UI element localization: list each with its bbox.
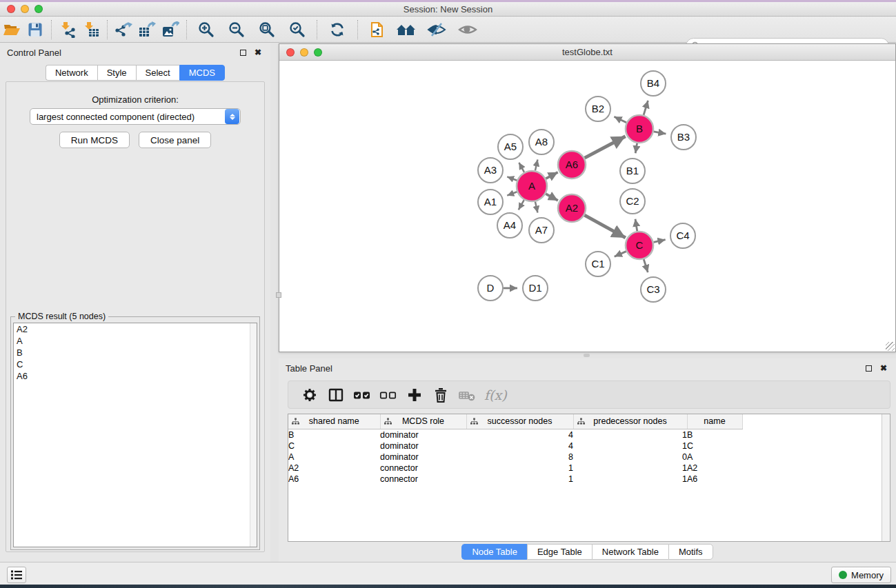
zoom-fit-icon[interactable] [252, 19, 282, 40]
tab-network[interactable]: Network [46, 65, 97, 81]
graph-edge-B-B4[interactable] [644, 101, 648, 115]
table-cell[interactable]: 1 [466, 463, 573, 474]
tab-edge-table[interactable]: Edge Table [527, 544, 592, 560]
table-cell[interactable]: A [687, 452, 742, 463]
select-all-columns-icon[interactable] [349, 385, 375, 405]
graph-edge-A-A6[interactable] [546, 172, 557, 179]
close-panel-icon[interactable]: ✖ [252, 47, 263, 58]
table-row[interactable]: Bdominator41B [288, 429, 742, 440]
close-table-panel-icon[interactable]: ✖ [878, 363, 889, 374]
delete-table-icon[interactable] [454, 385, 480, 405]
table-row[interactable]: Adominator80A [288, 452, 742, 463]
mcds-result-list[interactable]: A2ABCA6 [13, 323, 257, 547]
column-header[interactable]: predecessor nodes [573, 414, 687, 429]
window-resize-grip[interactable] [886, 342, 895, 351]
graph-edge-B-B1[interactable] [635, 143, 637, 154]
import-network-icon[interactable] [56, 19, 79, 40]
network-window-titlebar[interactable]: testGlobe.txt [279, 44, 895, 61]
graph-edge-C-C3[interactable] [644, 259, 648, 272]
graph-edge-A-A2[interactable] [546, 194, 558, 201]
table-cell[interactable]: 1 [573, 429, 687, 440]
zoom-selected-icon[interactable] [282, 19, 312, 40]
table-cell[interactable]: dominator [380, 452, 466, 463]
panel-divider-handle[interactable] [584, 354, 590, 357]
tab-style[interactable]: Style [97, 65, 136, 81]
close-panel-button[interactable]: Close panel [139, 132, 211, 148]
table-cell[interactable]: 0 [573, 452, 687, 463]
tab-motifs[interactable]: Motifs [668, 544, 713, 560]
window-west-resize-nub[interactable] [276, 292, 281, 298]
export-network-icon[interactable] [112, 19, 135, 40]
float-panel-icon[interactable] [237, 47, 248, 58]
table-cell[interactable]: C [288, 440, 380, 452]
open-file-icon[interactable] [0, 19, 23, 40]
show-all-icon[interactable] [452, 19, 484, 40]
table-cell[interactable]: connector [380, 463, 466, 474]
column-header[interactable]: successor nodes [466, 414, 573, 429]
table-cell[interactable]: 4 [466, 429, 573, 440]
hide-selected-icon[interactable] [421, 19, 452, 40]
table-cell[interactable]: A [288, 452, 380, 463]
table-cell[interactable]: B [687, 429, 742, 440]
graph-edge-A6-B[interactable] [585, 136, 626, 158]
save-session-icon[interactable] [23, 19, 47, 40]
table-cell[interactable]: 8 [466, 452, 573, 463]
new-network-from-selection-icon[interactable] [362, 19, 391, 40]
run-mcds-button[interactable]: Run MCDS [59, 132, 130, 148]
table-cell[interactable]: 1 [573, 474, 687, 485]
tab-network-table[interactable]: Network Table [592, 544, 668, 560]
deselect-all-columns-icon[interactable] [375, 385, 401, 405]
function-builder-icon[interactable]: f(x) [484, 387, 507, 403]
first-neighbors-icon[interactable] [391, 19, 421, 40]
result-item[interactable]: A [14, 335, 257, 347]
task-history-button[interactable] [7, 567, 26, 583]
graph-edge-A2-C[interactable] [584, 215, 625, 238]
export-image-icon[interactable] [159, 19, 182, 40]
table-cell[interactable]: connector [380, 474, 466, 485]
table-settings-icon[interactable] [297, 385, 323, 405]
table-row[interactable]: Cdominator41C [288, 440, 742, 452]
float-table-panel-icon[interactable] [863, 363, 874, 374]
graph-edge-A-A1[interactable] [507, 192, 517, 195]
table-cell[interactable]: A2 [687, 463, 742, 474]
zoom-in-icon[interactable] [191, 19, 221, 40]
table-cell[interactable]: A6 [288, 474, 380, 485]
table-cell[interactable]: C [687, 440, 742, 452]
network-graph[interactable]: AA6A2BCA1A3A4A5A7A8B1B2B3B4C1C2C3C4DD1 [279, 61, 895, 352]
column-header[interactable]: name [687, 414, 742, 429]
tab-node-table[interactable]: Node Table [461, 544, 527, 560]
table-cell[interactable]: A6 [687, 474, 742, 485]
graph-edge-A-A5[interactable] [519, 163, 524, 172]
table-cell[interactable]: dominator [380, 429, 466, 440]
column-header[interactable]: shared name [288, 414, 380, 429]
tab-select[interactable]: Select [136, 65, 179, 81]
graph-edge-A-A4[interactable] [519, 200, 524, 210]
graph-edge-C-C1[interactable] [615, 252, 626, 257]
criterion-dropdown[interactable]: largest connected component (directed) [30, 108, 241, 125]
graph-edge-C-C2[interactable] [635, 219, 637, 232]
table-cell[interactable]: 1 [466, 474, 573, 485]
graph-edge-B-B2[interactable] [614, 116, 626, 123]
result-item[interactable]: A2 [14, 323, 257, 335]
table-row[interactable]: A2connector11A2 [288, 463, 742, 474]
graph-edge-B-B3[interactable] [654, 132, 666, 134]
table-cell[interactable]: B [288, 429, 380, 440]
refresh-icon[interactable] [321, 19, 353, 40]
import-table-icon[interactable] [79, 19, 103, 40]
export-table-icon[interactable] [135, 19, 159, 40]
table-cell[interactable]: 4 [466, 440, 573, 452]
network-canvas[interactable]: AA6A2BCA1A3A4A5A7A8B1B2B3B4C1C2C3C4DD1 [279, 61, 895, 352]
tab-mcds[interactable]: MCDS [179, 65, 225, 81]
result-item[interactable]: C [14, 358, 257, 370]
table-cell[interactable]: dominator [380, 440, 466, 452]
table-cell[interactable]: 1 [573, 463, 687, 474]
split-view-icon[interactable] [323, 385, 349, 405]
table-cell[interactable]: 1 [573, 440, 687, 452]
column-header[interactable]: MCDS role [380, 414, 466, 429]
table-scrollbar[interactable] [882, 414, 890, 541]
graph-edge-A-A3[interactable] [507, 176, 517, 180]
result-list-scrollbar[interactable] [250, 323, 257, 547]
delete-column-icon[interactable] [428, 385, 454, 405]
add-column-icon[interactable] [401, 385, 428, 405]
table-cell[interactable]: A2 [288, 463, 380, 474]
